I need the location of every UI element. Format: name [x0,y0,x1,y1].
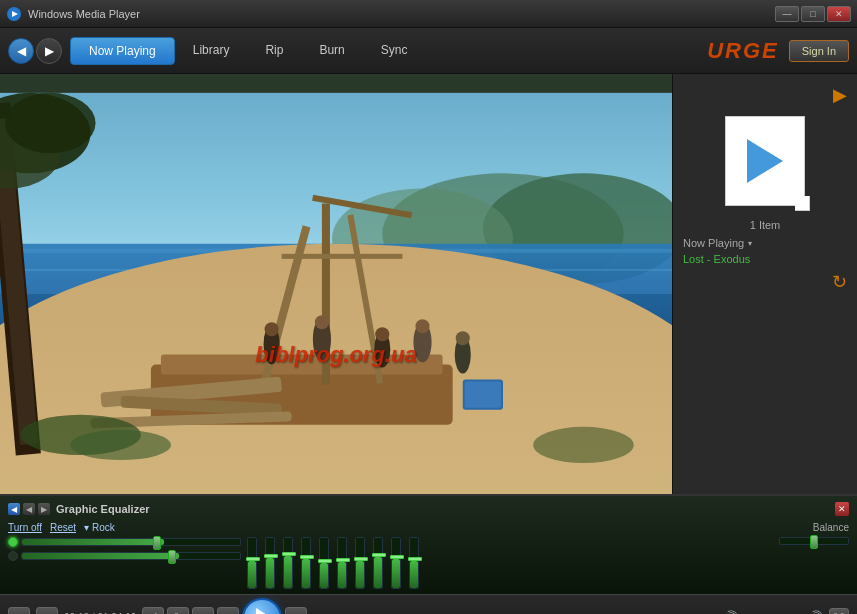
svg-rect-22 [282,254,403,259]
pause-button[interactable]: ⏸ [8,607,30,615]
tab-now-playing[interactable]: Now Playing [70,37,175,65]
eq-band-2 [265,537,275,589]
svg-point-29 [315,315,329,329]
svg-point-35 [456,331,470,345]
svg-point-33 [415,319,429,333]
tab-burn[interactable]: Burn [301,37,362,65]
eq-close-button[interactable]: ✕ [835,502,849,516]
transport-controls: ⇄ ↻ ■ ⏮ ⏭ [142,598,307,615]
play-icon [256,608,272,615]
eq-bands [247,537,763,589]
eq-band-7 [355,537,365,589]
stop-status-button[interactable]: PL [36,607,58,615]
app-title: Windows Media Player [28,8,775,20]
eq-slider-2[interactable] [21,552,241,560]
forward-button[interactable]: ▶ [36,38,62,64]
svg-point-40 [533,427,634,463]
eq-titlebar: ◀ ◀ ▶ Graphic Equalizer ✕ [8,500,849,518]
tab-rip[interactable]: Rip [247,37,301,65]
eq-title: Graphic Equalizer [56,503,829,515]
shuffle-button[interactable]: ⇄ [142,607,164,615]
eq-band-10 [409,537,419,589]
titlebar: Windows Media Player — □ ✕ [0,0,857,28]
eq-row-2 [8,551,241,561]
svg-point-39 [70,430,171,460]
back-button[interactable]: ◀ [8,38,34,64]
eq-band-8 [373,537,383,589]
svg-point-31 [375,327,389,341]
maximize-button[interactable]: □ [801,6,825,22]
repeat-button[interactable]: ↻ [167,607,189,615]
eq-row-1 [8,537,241,547]
tab-library[interactable]: Library [175,37,248,65]
eq-back-button[interactable]: ◀ [23,503,35,515]
media-thumbnail [725,116,805,206]
fullscreen-button[interactable]: ⛶ [829,608,849,615]
svg-rect-37 [465,382,501,408]
eq-slider-rows [8,537,241,561]
volume-max-icon: 🔊 [806,610,823,615]
play-button[interactable] [242,598,282,615]
main-content: biblprog.org.ua ▶ 1 Item Now Playing ▾ L… [0,74,857,494]
balance-section [779,537,849,545]
eq-turnoff-link[interactable]: Turn off [8,522,42,533]
item-count: 1 Item [750,219,781,231]
eq-band-4 [301,537,311,589]
now-playing-dropdown[interactable]: Now Playing ▾ [683,237,752,249]
video-area: biblprog.org.ua [0,74,672,494]
track-title: Lost - Exodus [683,253,750,265]
nav-arrows: ◀ ▶ [8,38,62,64]
svg-point-27 [265,322,279,336]
eq-band-5 [319,537,329,589]
close-button[interactable]: ✕ [827,6,851,22]
sidebar: ▶ 1 Item Now Playing ▾ Lost - Exodus ↻ [672,74,857,494]
volume-icon: 🔊 [721,610,738,615]
equalizer-panel: ◀ ◀ ▶ Graphic Equalizer ✕ Turn off Reset… [0,494,857,594]
transport-bar: ⏸ PL 02:18 / 01:24:10 ⇄ ↻ ■ ⏮ ⏭ 🔊 🔊 ⛶ [0,594,857,614]
eq-main-area [8,537,849,589]
eq-band-1 [247,537,257,589]
play-icon [747,139,783,183]
svg-rect-17 [161,354,443,374]
volume-section: 🔊 🔊 [721,610,823,615]
window-controls: — □ ✕ [775,6,851,22]
stop-button[interactable]: ■ [192,607,214,615]
eq-band-9 [391,537,401,589]
eq-preset-selector[interactable]: ▾ Rock [84,522,115,533]
eq-indicator-1[interactable] [8,537,18,547]
eq-nav-buttons: ◀ ◀ ▶ [8,503,50,515]
balance-label: Balance [813,522,849,533]
eq-band-6 [337,537,347,589]
nav-tabs: Now Playing Library Rip Burn Sync [70,37,707,65]
eq-forward-button[interactable]: ▶ [38,503,50,515]
eq-indicator-2[interactable] [8,551,18,561]
eq-slider-1[interactable] [21,538,241,546]
tab-sync[interactable]: Sync [363,37,426,65]
repeat-icon[interactable]: ↻ [832,271,847,293]
balance-slider[interactable] [779,537,849,545]
app-icon [6,6,22,22]
navbar: ◀ ▶ Now Playing Library Rip Burn Sync UR… [0,28,857,74]
sign-in-button[interactable]: Sign In [789,40,849,62]
prev-button[interactable]: ⏮ [217,607,239,615]
sidebar-expand-icon[interactable]: ▶ [833,84,847,106]
eq-prev-button[interactable]: ◀ [8,503,20,515]
eq-reset-link[interactable]: Reset [50,522,76,533]
eq-controls-bar: Turn off Reset ▾ Rock Balance [8,522,849,533]
urge-logo[interactable]: URGE [707,38,779,64]
eq-band-3 [283,537,293,589]
minimize-button[interactable]: — [775,6,799,22]
next-button[interactable]: ⏭ [285,607,307,615]
svg-point-15 [5,93,96,153]
